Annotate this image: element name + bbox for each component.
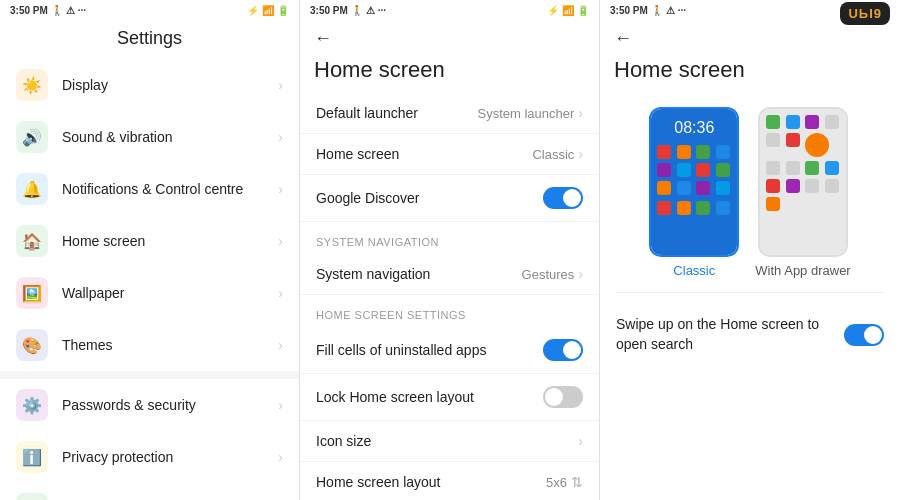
swipe-search-toggle[interactable] bbox=[844, 324, 884, 346]
battery-icon2: 🟢 bbox=[16, 493, 48, 500]
more-icon-3: ··· bbox=[678, 5, 686, 16]
app-dot bbox=[696, 145, 710, 159]
divider-1 bbox=[0, 371, 299, 379]
display-label: Display bbox=[62, 77, 278, 93]
home-layout-label: Home screen layout bbox=[316, 474, 546, 490]
homescreen-chevron: › bbox=[278, 233, 283, 249]
system-nav-row[interactable]: System navigation Gestures › bbox=[300, 254, 599, 295]
grey-dot bbox=[805, 161, 819, 175]
app-dot bbox=[657, 145, 671, 159]
notifications-label: Notifications & Control centre bbox=[62, 181, 278, 197]
back-button-2[interactable]: ← bbox=[314, 28, 332, 49]
grey-dot bbox=[825, 161, 839, 175]
classic-phone-mockup: 08:36 bbox=[649, 107, 739, 257]
default-launcher-row[interactable]: Default launcher System launcher › bbox=[300, 93, 599, 134]
status-right-2: ⚡ 📶 🔋 bbox=[547, 5, 589, 16]
home-screen-label: Home screen bbox=[316, 146, 532, 162]
panel3-title: Home screen bbox=[600, 53, 900, 93]
display-icon: ☀️ bbox=[16, 69, 48, 101]
grey-dot bbox=[766, 197, 780, 211]
system-nav-value: Gestures bbox=[522, 267, 575, 282]
app-drawer-phone-mockup bbox=[758, 107, 848, 257]
sidebar-item-display[interactable]: ☀️ Display › bbox=[0, 59, 299, 111]
classic-layout-option[interactable]: 08:36 bbox=[649, 107, 739, 278]
passwords-label: Passwords & security bbox=[62, 397, 278, 413]
fill-cells-knob bbox=[563, 341, 581, 359]
grey-dot bbox=[766, 179, 780, 193]
lock-layout-row: Lock Home screen layout bbox=[300, 374, 599, 421]
wifi-icon-2: 📶 bbox=[562, 5, 574, 16]
sidebar-item-themes[interactable]: 🎨 Themes › bbox=[0, 319, 299, 371]
section-home-settings: HOME SCREEN SETTINGS bbox=[300, 295, 599, 327]
homescreen-settings-panel: 3:50 PM 🚶 ⚠ ··· ⚡ 📶 🔋 ← Home screen Defa… bbox=[300, 0, 600, 500]
homescreen-layout-panel: 3:50 PM 🚶 ⚠ ··· UЬI9 ← Home screen 08:36 bbox=[600, 0, 900, 500]
wallpaper-label: Wallpaper bbox=[62, 285, 278, 301]
grey-dot bbox=[805, 133, 829, 157]
grey-dot bbox=[766, 161, 780, 175]
lock-layout-knob bbox=[545, 388, 563, 406]
panel3-header: ← bbox=[600, 20, 900, 53]
sidebar-item-sound[interactable]: 🔊 Sound & vibration › bbox=[0, 111, 299, 163]
grey-dot bbox=[805, 179, 819, 193]
homescreen-label: Home screen bbox=[62, 233, 278, 249]
settings-panel: 3:50 PM 🚶 ⚠ ··· ⚡ 📶 🔋 Settings ☀️ Displa… bbox=[0, 0, 300, 500]
grey-dot bbox=[786, 179, 800, 193]
app-dot bbox=[677, 181, 691, 195]
section-system-nav: SYSTEM NAVIGATION bbox=[300, 222, 599, 254]
sound-chevron: › bbox=[278, 129, 283, 145]
google-discover-toggle[interactable] bbox=[543, 187, 583, 209]
sidebar-item-notifications[interactable]: 🔔 Notifications & Control centre › bbox=[0, 163, 299, 215]
sidebar-item-homescreen[interactable]: 🏠 Home screen › bbox=[0, 215, 299, 267]
panel2-title: Home screen bbox=[300, 53, 599, 93]
time-2: 3:50 PM bbox=[310, 5, 348, 16]
walk-icon-3: 🚶 bbox=[651, 5, 663, 16]
layout-options: 08:36 bbox=[600, 93, 900, 292]
fill-cells-row: Fill cells of uninstalled apps bbox=[300, 327, 599, 374]
themes-label: Themes bbox=[62, 337, 278, 353]
themes-icon: 🎨 bbox=[16, 329, 48, 361]
fill-cells-toggle[interactable] bbox=[543, 339, 583, 361]
back-button-3[interactable]: ← bbox=[614, 28, 632, 49]
sidebar-item-passwords[interactable]: ⚙️ Passwords & security › bbox=[0, 379, 299, 431]
system-nav-label: System navigation bbox=[316, 266, 522, 282]
app-dot bbox=[657, 163, 671, 177]
sidebar-item-battery[interactable]: 🟢 Battery & performance › bbox=[0, 483, 299, 500]
sidebar-item-privacy[interactable]: ℹ️ Privacy protection › bbox=[0, 431, 299, 483]
status-bar-2: 3:50 PM 🚶 ⚠ ··· ⚡ 📶 🔋 bbox=[300, 0, 599, 20]
home-screen-row[interactable]: Home screen Classic › bbox=[300, 134, 599, 175]
walk-icon-2: 🚶 bbox=[351, 5, 363, 16]
alert-icon: ⚠ bbox=[66, 5, 75, 16]
bt-icon: ⚡ bbox=[247, 5, 259, 16]
more-icon-2: ··· bbox=[378, 5, 386, 16]
app-dot bbox=[696, 181, 710, 195]
home-layout-row[interactable]: Home screen layout 5x6 ⇅ bbox=[300, 462, 599, 500]
battery-icon: 🔋 bbox=[277, 5, 289, 16]
grey-dot bbox=[805, 115, 819, 129]
privacy-label: Privacy protection bbox=[62, 449, 278, 465]
privacy-chevron: › bbox=[278, 449, 283, 465]
app-drawer-layout-option[interactable]: With App drawer bbox=[755, 107, 850, 278]
home-layout-stepper[interactable]: ⇅ bbox=[571, 474, 583, 490]
swipe-search-row: Swipe up on the Home screen to open sear… bbox=[600, 301, 900, 368]
app-dot bbox=[716, 145, 730, 159]
app-dot bbox=[716, 181, 730, 195]
passwords-icon: ⚙️ bbox=[16, 389, 48, 421]
classic-label: Classic bbox=[673, 263, 715, 278]
icon-size-row[interactable]: Icon size › bbox=[300, 421, 599, 462]
classic-screen: 08:36 bbox=[651, 109, 737, 255]
app-grid-1 bbox=[657, 145, 731, 195]
dock-dot bbox=[696, 201, 710, 215]
icon-size-chevron: › bbox=[578, 433, 583, 449]
google-discover-row: Google Discover bbox=[300, 175, 599, 222]
icon-size-label: Icon size bbox=[316, 433, 578, 449]
passwords-chevron: › bbox=[278, 397, 283, 413]
grey-dot bbox=[825, 115, 839, 129]
status-left-2: 3:50 PM 🚶 ⚠ ··· bbox=[310, 5, 386, 16]
settings-list: ☀️ Display › 🔊 Sound & vibration › 🔔 Not… bbox=[0, 59, 299, 500]
privacy-icon: ℹ️ bbox=[16, 441, 48, 473]
sidebar-item-wallpaper[interactable]: 🖼️ Wallpaper › bbox=[0, 267, 299, 319]
more-icon: ··· bbox=[78, 5, 86, 16]
lock-layout-toggle[interactable] bbox=[543, 386, 583, 408]
grey-grid-1 bbox=[766, 115, 840, 211]
homescreen-icon: 🏠 bbox=[16, 225, 48, 257]
